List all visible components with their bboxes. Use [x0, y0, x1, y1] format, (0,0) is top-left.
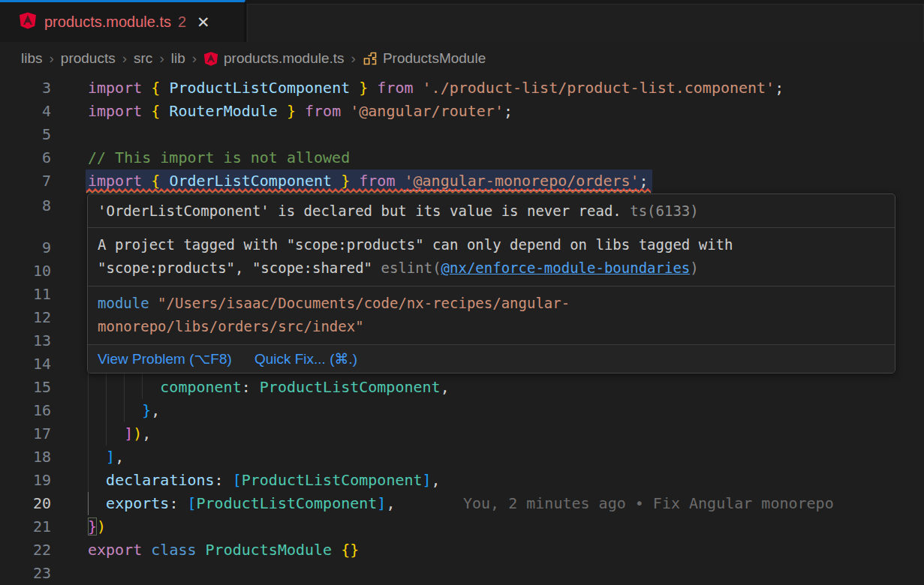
ngmodule-symbol-icon	[363, 51, 378, 66]
code-token: )	[97, 518, 106, 536]
code-text: import { ProductListComponent } from './…	[88, 79, 784, 97]
module-path-line2: monorepo/libs/orders/src/index"	[98, 315, 895, 338]
line-number: 12	[0, 306, 51, 329]
tab-close-icon[interactable]: ✕	[197, 14, 210, 30]
hover-ts-diagnostic: 'OrderListComponent' is declared but its…	[88, 194, 895, 227]
line-number: 16	[0, 399, 51, 422]
module-path-line1: module "/Users/isaac/Documents/code/nx-r…	[98, 292, 895, 315]
code-token: }	[350, 79, 377, 97]
code-text: import { RouterModule } from '@angular/r…	[88, 102, 513, 120]
code-token: [	[233, 471, 242, 489]
code-line-16[interactable]: },	[88, 399, 924, 422]
code-token: {}	[341, 541, 359, 559]
code-text: ]),	[88, 424, 151, 442]
ts-diagnostic-message: 'OrderListComponent' is declared but its…	[98, 202, 622, 219]
code-token: ,	[142, 424, 151, 442]
line-number: 15	[0, 376, 51, 399]
breadcrumb-item-products[interactable]: products	[61, 50, 116, 67]
hover-eslint-diagnostic: A project tagged with "scope:products" c…	[88, 227, 895, 286]
code-token	[88, 448, 106, 466]
code-line-21[interactable]: })	[88, 515, 924, 538]
code-line-18[interactable]: ],	[88, 446, 924, 469]
git-blame-annotation: You, 2 minutes ago • Fix Angular monorep…	[463, 492, 834, 515]
code-text: declarations: [ProductListComponent],	[88, 471, 441, 489]
line-number: 4	[0, 100, 51, 123]
breadcrumb-item-libs[interactable]: libs	[21, 50, 43, 67]
code-text: ],	[88, 448, 124, 466]
code-line-3[interactable]: import { ProductListComponent } from './…	[88, 76, 924, 100]
code-token: ProductListComponent	[169, 79, 350, 97]
line-number: 3	[0, 76, 51, 100]
breadcrumb-item-productsmodule[interactable]: ProductsModule	[363, 50, 486, 67]
line-number: 17	[0, 422, 51, 446]
code-token: {	[151, 102, 169, 120]
view-problem-link[interactable]: View Problem (⌥F8)	[98, 350, 232, 368]
code-token: ;	[504, 102, 513, 120]
line-number: 8	[0, 194, 51, 218]
code-text: export class ProductsModule {}	[88, 541, 359, 559]
code-token: ,	[441, 378, 450, 396]
code-line-17[interactable]: ]),	[88, 422, 924, 446]
code-token: )	[133, 424, 142, 442]
code-line-7[interactable]: import { OrderListComponent } from '@ang…	[88, 170, 924, 193]
code-token: ]	[377, 494, 386, 512]
ts-diagnostic-code: ts(6133)	[630, 202, 699, 219]
line-number: 7	[0, 170, 51, 193]
editor[interactable]: 34567891011121314151617181920212223 impo…	[0, 75, 924, 585]
code-line-15[interactable]: component: ProductListComponent,	[88, 376, 924, 399]
code-line-19[interactable]: declarations: [ProductListComponent],	[88, 469, 924, 492]
line-number: 20	[0, 492, 51, 515]
code-token	[88, 424, 124, 442]
code-token: from	[305, 102, 350, 120]
line-number: 5	[0, 123, 51, 146]
tab-products-module-ts[interactable]: products.module.ts 2 ✕	[0, 0, 245, 42]
code-token	[88, 378, 160, 396]
hover-actions-bar: View Problem (⌥F8)Quick Fix... (⌘.)	[88, 344, 895, 373]
code-token: }	[278, 102, 305, 120]
code-token: RouterModule	[169, 102, 278, 120]
breadcrumb-item-label: ProductsModule	[383, 50, 486, 67]
breadcrumb-item-label: products.module.ts	[224, 50, 345, 67]
eslint-message-line1: A project tagged with "scope:products" c…	[98, 233, 895, 256]
code-token: {	[151, 79, 169, 97]
code-token: ProductListComponent	[197, 494, 378, 512]
code-text: component: ProductListComponent,	[88, 378, 450, 396]
breadcrumb-item-label: src	[134, 50, 152, 67]
code-token: ,	[151, 401, 160, 419]
angular-icon	[203, 51, 218, 67]
tab-file-icon-slot	[19, 11, 37, 33]
code-token	[88, 494, 106, 512]
breadcrumb-item-label: lib	[171, 50, 185, 67]
code-token: ;	[775, 79, 784, 97]
breadcrumb-separator: ›	[122, 50, 127, 67]
eslint-message-line2: "scope:products", "scope:shared" eslint(…	[98, 256, 895, 280]
breadcrumb-item-products-module-ts[interactable]: products.module.ts	[203, 50, 345, 67]
code-line-22[interactable]: export class ProductsModule {}	[88, 538, 924, 562]
code-token: import	[88, 102, 151, 120]
code-token	[88, 401, 142, 419]
code-token: './product-list/product-list.component'	[423, 79, 775, 97]
code-token: from	[377, 79, 422, 97]
code-text: },	[88, 401, 160, 419]
breadcrumb-item-label: products	[61, 50, 116, 67]
code-line-20[interactable]: exports: [ProductListComponent],You, 2 m…	[88, 492, 924, 515]
breadcrumb-item-src[interactable]: src	[134, 50, 152, 67]
line-number: 22	[0, 538, 51, 562]
line-number: 21	[0, 515, 51, 538]
line-number: 13	[0, 329, 51, 352]
quick-fix-link[interactable]: Quick Fix... (⌘.)	[254, 350, 357, 368]
tab-label: products.module.ts	[44, 14, 171, 31]
eslint-rule-link[interactable]: @nx/enforce-module-boundaries	[441, 260, 691, 276]
line-number: 6	[0, 146, 51, 170]
code-token: ]	[423, 471, 432, 489]
code-token: declarations	[106, 471, 215, 489]
code-line-6[interactable]: // This import is not allowed	[88, 146, 924, 170]
breadcrumb-item-lib[interactable]: lib	[171, 50, 185, 67]
vscode-window: products.module.ts 2 ✕ libs›products›src…	[0, 0, 924, 585]
code-token: ProductListComponent	[260, 378, 441, 396]
line-number: 9	[0, 236, 51, 260]
line-number: 11	[0, 283, 51, 306]
code-line-4[interactable]: import { RouterModule } from '@angular/r…	[88, 100, 924, 123]
code-token: exports	[106, 494, 169, 512]
breadcrumb: libs›products›src›lib› products.module.t…	[0, 42, 924, 75]
